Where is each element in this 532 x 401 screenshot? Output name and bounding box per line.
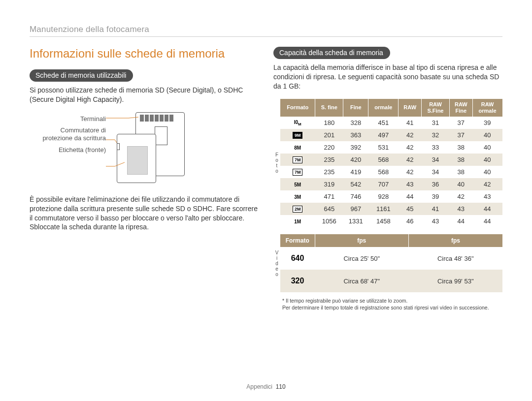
format-icon: 7M bbox=[280, 154, 315, 166]
capacity-cell: 568 bbox=[368, 154, 399, 166]
table-row: 2M645967116145414344 bbox=[280, 203, 502, 215]
capacity-cell: 40 bbox=[472, 141, 502, 154]
page-footer: Appendici 110 bbox=[0, 383, 532, 390]
capacity-cell: 38 bbox=[449, 141, 472, 154]
capacity-cell: 42 bbox=[399, 129, 422, 141]
capacity-cell: 1458 bbox=[368, 215, 399, 227]
video-capacity-table: Formatofpsfps 640Circa 25' 50"Circa 48' … bbox=[280, 234, 502, 292]
capacity-cell: 33 bbox=[422, 141, 450, 154]
capacity-cell: 42 bbox=[472, 178, 502, 190]
format-icon: 7M bbox=[280, 166, 315, 178]
table-row: 7M23541956842343840 bbox=[280, 166, 502, 178]
capacity-cell: 542 bbox=[343, 178, 368, 190]
capacity-cell: 43 bbox=[422, 215, 450, 227]
format-icon: 9M bbox=[280, 129, 315, 141]
capacity-cell: 707 bbox=[368, 178, 399, 190]
capacity-cell: 1161 bbox=[368, 203, 399, 215]
table-row: 8M22039253142333840 bbox=[280, 141, 502, 154]
capacity-cell: 40 bbox=[472, 166, 502, 178]
table-row: 7M23542056842343840 bbox=[280, 154, 502, 166]
label-write-protect: Commutatore di protezione da scrittura bbox=[30, 126, 106, 142]
capacity-cell: 44 bbox=[472, 215, 502, 227]
footer-page-number: 110 bbox=[276, 383, 286, 390]
video-col-header: Formato bbox=[280, 234, 315, 247]
capacity-cell: 40 bbox=[472, 129, 502, 141]
footer-section: Appendici bbox=[246, 383, 272, 390]
video-duration-cell: Circa 68' 47" bbox=[315, 270, 409, 292]
footnote-2: Per determinare il tempo totale di regis… bbox=[282, 304, 502, 311]
capacity-cell: 39 bbox=[472, 117, 502, 129]
capacity-cell: 419 bbox=[343, 166, 368, 178]
capacity-cell: 220 bbox=[315, 141, 343, 154]
capacity-cell: 43 bbox=[449, 203, 472, 215]
capacity-cell: 45 bbox=[399, 203, 422, 215]
format-icon: 3M bbox=[280, 190, 315, 203]
left-column: Informazioni sulle schede di memoria Sch… bbox=[30, 47, 259, 311]
photo-col-header: RAWormale bbox=[472, 99, 502, 117]
format-icon: 1M bbox=[280, 215, 315, 227]
capacity-cell: 471 bbox=[315, 190, 343, 203]
table-row: 640Circa 25' 50"Circa 48' 36" bbox=[280, 247, 502, 270]
capacity-cell: 42 bbox=[449, 190, 472, 203]
photo-col-header: S. fine bbox=[315, 99, 343, 117]
capacity-cell: 44 bbox=[449, 215, 472, 227]
format-icon: I0M bbox=[280, 117, 315, 129]
photo-col-header: RAW bbox=[399, 99, 422, 117]
capacity-cell: 42 bbox=[399, 154, 422, 166]
capacity-cell: 201 bbox=[315, 129, 343, 141]
capacity-cell: 44 bbox=[472, 203, 502, 215]
table-row: 320Circa 68' 47"Circa 99' 53" bbox=[280, 270, 502, 292]
table-row: 1M10561331145846434444 bbox=[280, 215, 502, 227]
capacity-cell: 38 bbox=[449, 154, 472, 166]
capacity-cell: 37 bbox=[449, 117, 472, 129]
capacity-cell: 34 bbox=[422, 154, 450, 166]
capacity-cell: 180 bbox=[315, 117, 343, 129]
video-col-header: fps bbox=[315, 234, 409, 247]
subheading-usable-cards: Schede di memoria utilizzabili bbox=[30, 69, 133, 82]
video-side-label: Video bbox=[273, 250, 280, 277]
page-title: Informazioni sulle schede di memoria bbox=[30, 47, 259, 61]
capacity-cell: 363 bbox=[343, 129, 368, 141]
format-icon: 5M bbox=[280, 178, 315, 190]
capacity-cell: 319 bbox=[315, 178, 343, 190]
photo-col-header: ormale bbox=[368, 99, 399, 117]
capacity-cell: 497 bbox=[368, 129, 399, 141]
capacity-cell: 46 bbox=[399, 215, 422, 227]
capacity-cell: 420 bbox=[343, 154, 368, 166]
video-duration-cell: Circa 99' 53" bbox=[409, 270, 503, 292]
capacity-cell: 41 bbox=[399, 117, 422, 129]
capacity-cell: 645 bbox=[315, 203, 343, 215]
footnotes: * Il tempo registrabile può variare se u… bbox=[273, 297, 502, 311]
capacity-cell: 235 bbox=[315, 166, 343, 178]
breadcrumb: Manutenzione della fotocamera bbox=[30, 25, 502, 34]
capacity-cell: 32 bbox=[422, 129, 450, 141]
photo-side-label: Foto bbox=[273, 152, 280, 174]
format-icon: 8M bbox=[280, 141, 315, 154]
photo-col-header: Fine bbox=[343, 99, 368, 117]
table-row: 9M20136349742323740 bbox=[280, 129, 502, 141]
right-column: Capacità della scheda di memoria La capa… bbox=[273, 47, 502, 311]
sd-card-front-icon bbox=[117, 134, 156, 183]
table-row: 3M47174692844394243 bbox=[280, 190, 502, 203]
capacity-cell: 392 bbox=[343, 141, 368, 154]
capacity-cell: 43 bbox=[399, 178, 422, 190]
video-col-header: fps bbox=[409, 234, 503, 247]
capacity-cell: 31 bbox=[422, 117, 450, 129]
table-row: I0M18032845141313739 bbox=[280, 117, 502, 129]
capacity-cell: 43 bbox=[472, 190, 502, 203]
format-icon: 2M bbox=[280, 203, 315, 215]
capacity-cell: 42 bbox=[399, 166, 422, 178]
sd-card-diagram: Terminali Commutatore di protezione da s… bbox=[30, 112, 259, 186]
capacity-cell: 38 bbox=[449, 166, 472, 178]
label-terminals: Terminali bbox=[80, 115, 106, 123]
write-protect-description: È possibile evitare l'eliminazione dei f… bbox=[30, 195, 259, 232]
capacity-cell: 967 bbox=[343, 203, 368, 215]
capacity-cell: 1331 bbox=[343, 215, 368, 227]
capacity-cell: 568 bbox=[368, 166, 399, 178]
video-format: 640 bbox=[280, 247, 315, 270]
photo-col-header: RAWFine bbox=[449, 99, 472, 117]
capacity-cell: 328 bbox=[343, 117, 368, 129]
usable-cards-intro: Si possono utilizzare schede di memoria … bbox=[30, 86, 259, 104]
footnote-1: * Il tempo registrabile può variare se u… bbox=[282, 297, 502, 304]
photo-col-header: RAWS.Fine bbox=[422, 99, 450, 117]
